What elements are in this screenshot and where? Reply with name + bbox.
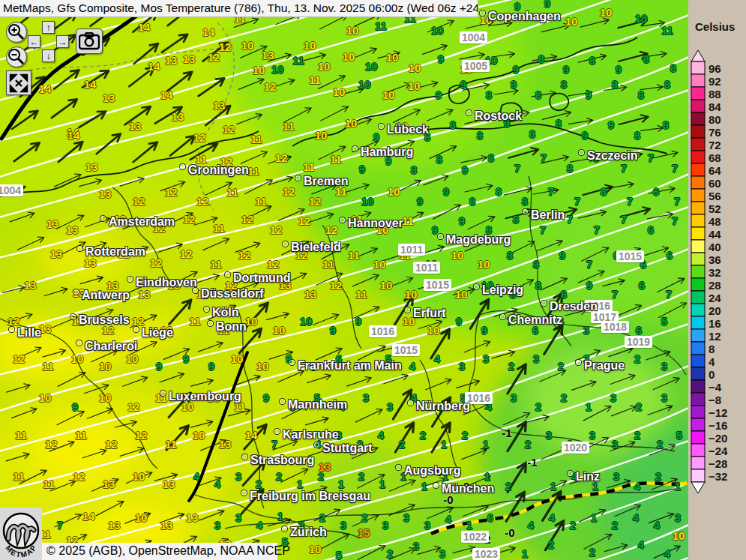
temp-value: 13 [103,92,115,103]
city-name: Luxembourg [169,390,241,403]
metmaps-logo[interactable]: METMAPS [0,508,42,560]
city-label: Eindhoven [127,276,197,289]
temp-value: 13 [183,53,196,64]
temp-value: 12 [45,439,58,450]
temp-value: 3 [439,548,445,559]
temp-value: 1 [277,511,283,522]
pan-up-button[interactable]: ↑ [42,21,55,34]
legend-tick-label: 36 [709,253,721,266]
city-name: Berlin [531,208,565,221]
city-label: Nürnberg [408,400,470,413]
city-name: Bremen [304,175,349,187]
legend-tick-label: 32 [709,266,721,279]
city-name: Dortmund [233,271,290,284]
temp-value: 12 [270,224,283,235]
temp-value: 10 [99,392,112,403]
temp-value: 9 [183,353,189,364]
city-marker-icon [77,246,82,251]
legend-tick-label: 44 [709,228,721,241]
city-name: Dresden [550,300,598,313]
temp-value: 14 [202,26,215,37]
isobar-pressure-label: 1004 [460,31,487,43]
snapshot-button[interactable] [76,28,103,54]
temp-value: 8 [469,196,475,207]
legend-box [691,125,705,138]
isobar-pressure-label: 1018 [601,321,629,333]
temp-value: 2 [655,471,661,482]
temp-value: 11 [309,74,321,85]
temp-value: 13 [304,289,317,300]
fullscreen-button[interactable] [6,70,31,95]
city-marker-icon [340,217,345,223]
temp-value: 4 [378,430,384,441]
city-label: Magdeburg [438,233,511,247]
temp-value: 1 [591,512,597,523]
temp-value: 14 [245,430,258,441]
temp-value: 10 [388,186,400,197]
temp-value: 3 [403,512,409,523]
weather-map[interactable]: 1414111013121011111010109910101011141414… [0,0,688,560]
legend-tick-label: 84 [709,100,721,113]
temp-value: 11 [43,478,55,490]
city-marker-icon [127,277,133,282]
city-marker-icon [568,471,573,476]
zoom-out-button[interactable] [6,46,27,67]
isobar-pressure-label: 1022 [461,531,489,543]
temp-value: 1 [586,401,592,412]
temp-value: 7 [612,289,618,300]
temp-value: 8 [601,186,607,197]
temp-value: 4 [638,539,644,550]
pan-left-button[interactable]: ← [28,35,40,48]
isobar-pressure-label: 1005 [462,60,490,72]
temp-value: 4 [434,353,440,364]
city-marker-icon [433,483,439,488]
city-marker-icon [283,241,288,247]
temp-value: -0 [505,527,514,538]
temp-value: 12 [165,187,178,198]
legend-title: Celsius [695,20,735,33]
isobar-pressure-label: 1011 [413,262,440,274]
city-name: Prague [584,359,625,372]
temp-value: 11 [355,289,367,300]
temp-value: 12 [283,186,295,197]
zoom-in-button[interactable] [6,22,27,43]
temp-value: 10 [343,51,355,62]
temp-value: 9 [456,316,462,327]
temp-value: 7 [548,186,554,197]
temp-value: 9 [481,325,487,336]
legend-box [691,214,705,227]
temp-value: 8 [538,53,544,64]
temp-value: 3 [214,520,220,531]
temp-value: 11 [283,121,295,132]
legend-box [691,100,705,112]
temp-value: 12 [183,214,196,225]
temp-value: 4 [409,361,415,372]
city-marker-icon [396,465,401,470]
temp-value: 14 [39,83,52,94]
temp-value: 2 [612,520,618,531]
temp-value: 12 [223,124,235,135]
temp-value: 2 [634,430,640,441]
temp-value: 9 [582,130,588,141]
pan-down-button[interactable]: ↓ [42,49,55,62]
legend-tick-label: 80 [709,113,721,126]
temp-value: 10 [99,361,112,372]
temp-value: 3 [459,361,465,372]
temp-value: 10 [382,89,395,100]
temp-value: 7 [586,259,592,270]
copyright-text: © 2025 (AGB), OpenStreetMap, NOAA NCEP [46,544,290,557]
temp-value: 12 [241,214,254,225]
temp-value: 11 [250,133,262,145]
legend-box [691,393,705,406]
pan-right-button[interactable]: → [56,35,69,48]
temp-value: 9 [513,64,519,75]
city-marker-icon [466,110,472,115]
legend-box [691,87,705,100]
map-labels-layer: 1414111013121011111010109910101011141414… [0,0,688,560]
city-name: Copenhagen [488,10,561,22]
legend-box [691,329,705,342]
temp-value: 10 [333,86,346,97]
temp-value: 9 [355,316,361,327]
temp-value: 7 [567,214,573,225]
temp-value: 8 [663,119,669,130]
